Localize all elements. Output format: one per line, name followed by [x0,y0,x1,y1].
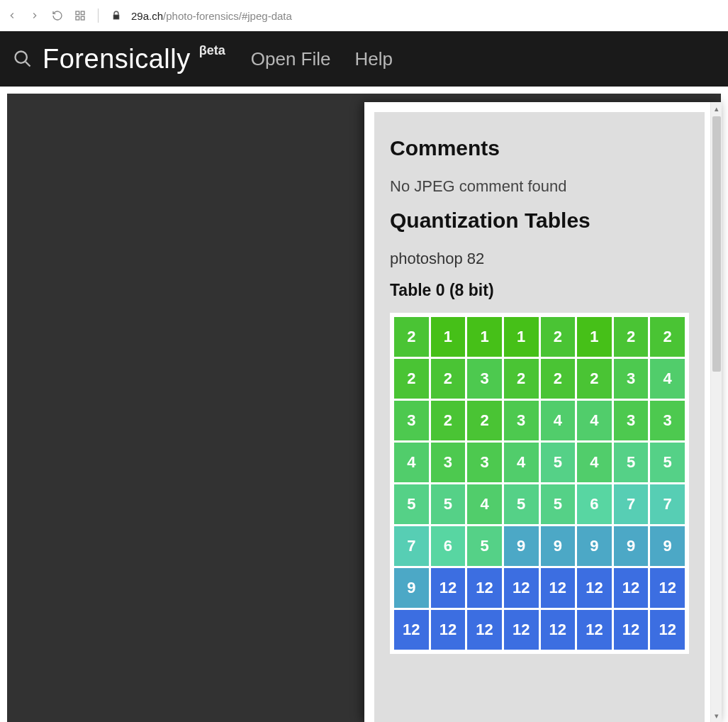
svg-point-4 [16,52,27,63]
quant-cell: 3 [614,401,649,440]
quant-cell: 7 [614,484,649,524]
back-icon[interactable] [4,8,20,23]
quant-cell: 1 [467,317,502,357]
quant-cell: 12 [467,610,502,650]
quant-cell: 1 [431,317,466,357]
brand-badge: βeta [199,43,225,58]
quant-cell: 4 [504,443,539,482]
quant-table-label: Table 0 (8 bit) [390,281,689,300]
lock-icon [108,8,124,23]
quant-cell: 12 [467,568,502,608]
quant-cell: 9 [394,568,429,608]
quant-cell: 12 [614,568,649,608]
quant-cell: 2 [394,359,429,399]
quant-cell: 12 [431,568,466,608]
scrollbar[interactable]: ▴ ▾ [710,102,722,722]
quant-cell: 3 [504,401,539,440]
quant-detector: photoshop 82 [390,250,689,268]
quant-cell: 6 [431,526,466,566]
quant-cell: 5 [541,484,576,524]
quant-cell: 9 [614,526,649,566]
quant-cell: 3 [431,443,466,482]
side-panel: Comments No JPEG comment found Quantizat… [364,102,722,722]
magnifier-icon [13,49,33,69]
quant-cell: 7 [650,484,685,524]
quant-cell: 2 [431,359,466,399]
quant-cell: 2 [650,317,685,357]
quant-cell: 6 [577,484,612,524]
reload-icon[interactable] [50,8,65,23]
quant-cell: 5 [541,443,576,482]
apps-icon[interactable] [72,8,88,23]
quant-cell: 9 [650,526,685,566]
comments-heading: Comments [390,136,689,160]
menu-help[interactable]: Help [354,48,392,70]
quant-cell: 3 [394,401,429,440]
url-text[interactable]: 29a.ch/photo-forensics/#jpeg-data [131,10,292,22]
scroll-up-icon[interactable]: ▴ [711,102,722,115]
quant-cell: 4 [650,359,685,399]
panel-content: Comments No JPEG comment found Quantizat… [374,112,705,722]
quant-cell: 4 [467,484,502,524]
scroll-down-icon[interactable]: ▾ [711,709,722,722]
quant-cell: 12 [577,568,612,608]
quant-cell: 12 [394,610,429,650]
browser-address-bar: 29a.ch/photo-forensics/#jpeg-data [0,0,728,31]
quant-cell: 5 [394,484,429,524]
quant-cell: 9 [504,526,539,566]
quant-heading: Quantization Tables [390,209,689,233]
quant-cell: 2 [504,359,539,399]
quant-cell: 12 [650,568,685,608]
quant-cell: 5 [650,443,685,482]
quant-cell: 7 [394,526,429,566]
quant-cell: 9 [541,526,576,566]
quant-cell: 5 [431,484,466,524]
quant-cell: 5 [467,526,502,566]
quant-cell: 1 [504,317,539,357]
quant-cell: 12 [431,610,466,650]
quant-table-wrap: 2111212222322234322344334334545555455677… [390,313,689,654]
quant-cell: 4 [577,401,612,440]
quant-cell: 2 [431,401,466,440]
quant-cell: 12 [541,610,576,650]
quant-table: 2111212222322234322344334334545555455677… [394,317,685,650]
quant-cell: 2 [467,401,502,440]
svg-rect-3 [81,16,84,20]
quant-cell: 3 [614,359,649,399]
quant-cell: 3 [650,401,685,440]
quant-cell: 4 [577,443,612,482]
brand-name: Forensically [43,44,191,74]
quant-cell: 3 [467,443,502,482]
comments-message: No JPEG comment found [390,177,689,196]
svg-rect-0 [76,11,79,15]
quant-cell: 12 [577,610,612,650]
app-body: Comments No JPEG comment found Quantizat… [0,87,728,722]
svg-rect-2 [76,16,79,20]
quant-cell: 9 [577,526,612,566]
menu-open-file[interactable]: Open File [251,48,331,70]
quant-cell: 12 [614,610,649,650]
quant-cell: 2 [541,317,576,357]
quant-cell: 12 [504,610,539,650]
quant-cell: 2 [394,317,429,357]
quant-cell: 12 [541,568,576,608]
url-host: 29a.ch [131,10,163,22]
quant-cell: 12 [650,610,685,650]
quant-cell: 1 [577,317,612,357]
quant-cell: 12 [504,568,539,608]
quant-cell: 5 [614,443,649,482]
app-header: Forensicallyβeta Open File Help [0,31,728,87]
quant-cell: 2 [614,317,649,357]
quant-cell: 5 [504,484,539,524]
quant-cell: 2 [541,359,576,399]
brand[interactable]: Forensicallyβeta [13,44,227,74]
quant-cell: 4 [541,401,576,440]
quant-cell: 2 [577,359,612,399]
separator [98,9,99,23]
scroll-thumb[interactable] [712,116,721,372]
quant-cell: 4 [394,443,429,482]
svg-line-5 [26,62,30,66]
url-path: /photo-forensics/#jpeg-data [163,10,292,22]
quant-cell: 3 [467,359,502,399]
forward-icon[interactable] [27,8,43,23]
